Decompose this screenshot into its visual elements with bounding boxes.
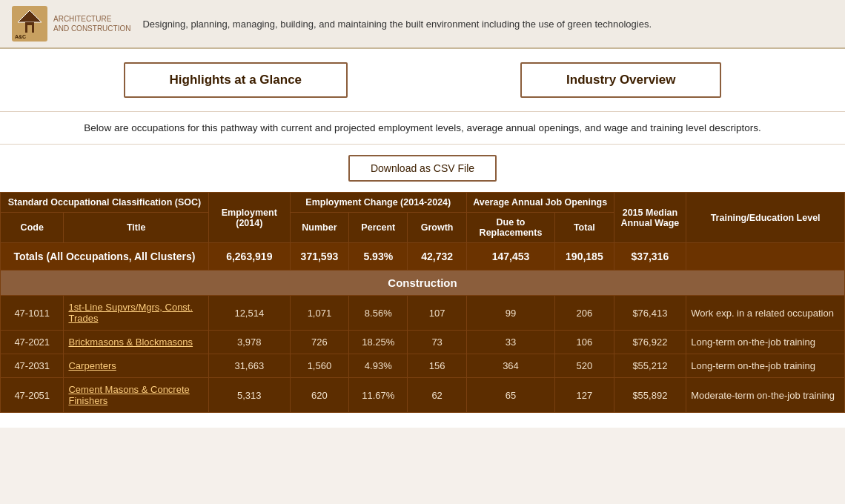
logo-line2: AND CONSTRUCTION (53, 24, 130, 33)
row-training: Work exp. in a related occupation (686, 296, 845, 331)
table-row: 47-2051 Cement Masons & Concrete Finishe… (1, 378, 845, 413)
occupations-table: Standard Occupational Classification (SO… (0, 192, 845, 413)
totals-employment: 6,263,919 (208, 243, 290, 271)
section-construction: Construction (1, 271, 845, 296)
totals-wage: $37,316 (614, 243, 686, 271)
header-title: Title (64, 213, 208, 243)
row-growth: 107 (408, 296, 466, 331)
header-emp-change: Employment Change (2014-2024) (290, 193, 466, 213)
header-employment: Employment (2014) (208, 193, 290, 243)
data-table-wrapper: Standard Occupational Classification (SO… (0, 192, 845, 428)
row-wage: $55,212 (614, 354, 686, 378)
totals-row: Totals (All Occupations, All Clusters) 6… (1, 243, 845, 271)
section-label: Construction (1, 271, 845, 296)
header-code: Code (1, 213, 64, 243)
header-avg-openings: Average Annual Job Openings (466, 193, 614, 213)
row-training: Long-term on-the-job training (686, 331, 845, 354)
tabs-area: Highlights at a Glance Industry Overview (0, 49, 845, 111)
row-code: 47-1011 (1, 296, 64, 331)
tab-industry[interactable]: Industry Overview (520, 62, 721, 98)
row-total: 127 (555, 378, 614, 413)
download-csv-button[interactable]: Download as CSV File (348, 155, 497, 182)
header-total: Total (555, 213, 614, 243)
row-title: Carpenters (64, 354, 208, 378)
row-title: Brickmasons & Blockmasons (64, 331, 208, 354)
row-employment: 12,514 (208, 296, 290, 331)
row-percent: 8.56% (349, 296, 408, 331)
table-row: 47-1011 1st-Line Supvrs/Mgrs, Const. Tra… (1, 296, 845, 331)
row-employment: 31,663 (208, 354, 290, 378)
row-title: Cement Masons & Concrete Finishers (64, 378, 208, 413)
row-growth: 73 (408, 331, 466, 354)
tab-highlights[interactable]: Highlights at a Glance (124, 62, 348, 98)
svg-text:A&C: A&C (15, 34, 26, 39)
row-number: 1,560 (290, 354, 348, 378)
row-number: 1,071 (290, 296, 348, 331)
totals-total: 190,185 (555, 243, 614, 271)
header-number: Number (290, 213, 348, 243)
header-growth: Growth (408, 213, 466, 243)
page-header: A&C ARCHITECTURE AND CONSTRUCTION Design… (0, 0, 845, 49)
row-training: Long-term on-the-job training (686, 354, 845, 378)
header-description: Designing, planning, managing, building,… (142, 19, 833, 30)
row-title: 1st-Line Supvrs/Mgrs, Const. Trades (64, 296, 208, 331)
header-due-replace: Due to Replacements (466, 213, 554, 243)
totals-training (686, 243, 845, 271)
row-percent: 4.93% (349, 354, 408, 378)
logo-text: ARCHITECTURE AND CONSTRUCTION (53, 14, 130, 33)
row-training: Moderate-term on-the-job training (686, 378, 845, 413)
row-total: 106 (555, 331, 614, 354)
logo-line1: ARCHITECTURE (53, 14, 130, 24)
header-training: Training/Education Level (686, 193, 845, 243)
row-wage: $55,892 (614, 378, 686, 413)
row-employment: 3,978 (208, 331, 290, 354)
svg-rect-3 (27, 25, 32, 33)
row-percent: 11.67% (349, 378, 408, 413)
row-total: 206 (555, 296, 614, 331)
row-growth: 156 (408, 354, 466, 378)
row-code: 47-2051 (1, 378, 64, 413)
row-replace: 33 (466, 331, 554, 354)
table-row: 47-2031 Carpenters 31,663 1,560 4.93% 15… (1, 354, 845, 378)
header-wage: 2015 Median Annual Wage (614, 193, 686, 243)
row-replace: 99 (466, 296, 554, 331)
download-area: Download as CSV File (0, 145, 845, 192)
row-replace: 364 (466, 354, 554, 378)
row-wage: $76,413 (614, 296, 686, 331)
table-row: 47-2021 Brickmasons & Blockmasons 3,978 … (1, 331, 845, 354)
row-number: 726 (290, 331, 348, 354)
header-soc: Standard Occupational Classification (SO… (1, 193, 209, 213)
totals-percent: 5.93% (349, 243, 408, 271)
totals-number: 371,593 (290, 243, 348, 271)
description-bar: Below are occupations for this pathway w… (0, 111, 845, 145)
row-employment: 5,313 (208, 378, 290, 413)
totals-growth: 42,732 (408, 243, 466, 271)
row-total: 520 (555, 354, 614, 378)
logo-area: A&C ARCHITECTURE AND CONSTRUCTION (12, 6, 130, 42)
row-wage: $76,922 (614, 331, 686, 354)
description-text: Below are occupations for this pathway w… (84, 122, 760, 133)
row-code: 47-2021 (1, 331, 64, 354)
totals-label: Totals (All Occupations, All Clusters) (1, 243, 209, 271)
row-percent: 18.25% (349, 331, 408, 354)
totals-replace: 147,453 (466, 243, 554, 271)
row-code: 47-2031 (1, 354, 64, 378)
header-percent: Percent (349, 213, 408, 243)
logo-icon: A&C (12, 6, 47, 42)
row-growth: 62 (408, 378, 466, 413)
row-replace: 65 (466, 378, 554, 413)
row-number: 620 (290, 378, 348, 413)
